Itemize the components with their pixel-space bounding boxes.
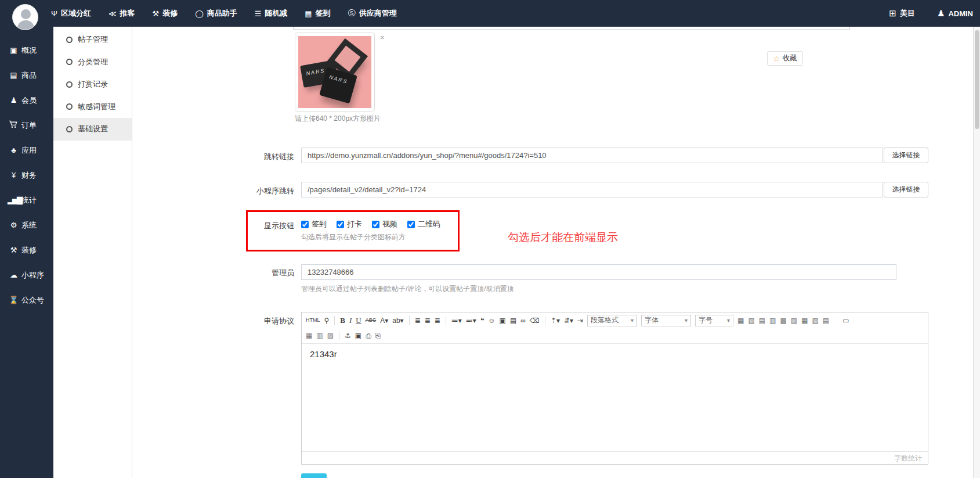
mini-jump-label: 小程序跳转: [230, 186, 294, 196]
shop-name-button[interactable]: ⊞ 美目: [889, 8, 915, 19]
choose-link-button[interactable]: 选择链接: [884, 182, 928, 197]
sidebar-item-mini-program[interactable]: ☁ 小程序: [0, 263, 53, 287]
nav-item-promoter[interactable]: ≪ 推客: [109, 8, 135, 19]
font-family-select[interactable]: 字体 ▾: [641, 315, 691, 326]
sidebar-item-orders[interactable]: 订单: [0, 113, 53, 138]
fullscreen-button[interactable]: ▭: [842, 317, 849, 324]
delete-table-button[interactable]: ▧: [748, 317, 754, 324]
strikethrough-button[interactable]: ABC: [366, 318, 377, 323]
sidebar-item-system[interactable]: ⚙ 系统: [0, 213, 53, 238]
italic-button[interactable]: I: [349, 317, 352, 324]
align-center-button[interactable]: ≣: [425, 317, 431, 324]
html-source-button[interactable]: HTML: [306, 318, 320, 323]
top-right-controls: ⊞ 美目 ♟ ADMIN: [889, 0, 973, 27]
preview-button[interactable]: ⚲: [324, 317, 330, 324]
subnav-item-category-management[interactable]: 分类管理: [53, 51, 132, 74]
scrollbar-thumb[interactable]: [975, 30, 979, 129]
jump-link-input[interactable]: [301, 148, 883, 163]
indent-button[interactable]: ⇥: [577, 317, 583, 324]
font-size-select[interactable]: 字号 ▾: [695, 315, 733, 326]
avatar[interactable]: [12, 4, 38, 30]
merge-table-button[interactable]: ▦: [306, 332, 312, 339]
unordered-list-button[interactable]: ≕▾: [466, 317, 476, 324]
nav-item-random-discount[interactable]: ☰ 随机减: [255, 8, 288, 19]
underline-button[interactable]: U: [356, 317, 361, 324]
blockquote-button[interactable]: ❝: [480, 317, 484, 324]
emoticon-button[interactable]: ☺: [488, 317, 495, 324]
insert-video-button[interactable]: ▤: [510, 317, 516, 324]
nav-item-goods-assistant[interactable]: ◯ 商品助手: [195, 8, 237, 19]
sidebar-item-members[interactable]: ♟ 会员: [0, 88, 53, 113]
anchor-button[interactable]: ⚓: [345, 332, 351, 339]
checkbox[interactable]: [372, 221, 379, 228]
editor-content-area[interactable]: 21343r: [302, 344, 928, 451]
chevron-down-icon: ▾: [727, 317, 730, 324]
sidebar-item-statistics[interactable]: ▂▅▇ 统计: [0, 188, 53, 213]
nav-item-decoration[interactable]: ⚒ 装修: [152, 8, 178, 19]
nav-item-sign-in[interactable]: ▦ 签到: [305, 8, 330, 19]
table-title-button[interactable]: ▤: [759, 317, 765, 324]
nav-item-supplier-management[interactable]: Ⓢ 供应商管理: [348, 8, 397, 19]
rich-text-editor: HTML⚲BIUABCA▾ab▾≣≣≣≔▾≕▾❝☺▣▤∞⌫⇡▾⇵▾⇥ 段落格式 …: [301, 312, 928, 465]
main-sidebar: ▣ 概况 ▤ 商品 ♟ 会员 订单 ♣ 应用 ¥ 财务 ▂▅▇ 统计 ⚙ 系统: [0, 27, 53, 478]
insert-image-button[interactable]: ▣: [500, 317, 506, 324]
upload-caption: 请上传640 * 200px方形图片: [295, 114, 381, 124]
align-right-button[interactable]: ≣: [435, 317, 440, 324]
list-icon: ☰: [255, 9, 262, 18]
sidebar-item-goods[interactable]: ▤ 商品: [0, 63, 53, 88]
red-annotation-text: 勾选后才能在前端显示: [508, 230, 618, 245]
split-cells-button[interactable]: ▤: [823, 317, 829, 324]
line-height-button[interactable]: ⇵▾: [564, 317, 573, 324]
subnav-item-sensitive-words[interactable]: 敏感词管理: [53, 96, 132, 118]
trophy-icon: Ψ: [51, 9, 57, 18]
delete-column-button[interactable]: ▦: [801, 317, 808, 324]
option-qrcode[interactable]: 二维码: [407, 219, 440, 229]
split-columns-button[interactable]: ▨: [327, 332, 334, 339]
checkbox[interactable]: [407, 221, 415, 228]
option-video[interactable]: 视频: [372, 219, 397, 229]
admin-input[interactable]: [301, 264, 896, 280]
members-icon: ♟: [8, 96, 19, 105]
sidebar-item-finance[interactable]: ¥ 财务: [0, 163, 53, 188]
paste-button[interactable]: ⎘: [375, 332, 381, 339]
mini-jump-input[interactable]: [301, 182, 883, 197]
delete-row-button[interactable]: ▩: [780, 317, 786, 324]
print-button[interactable]: ⎙: [366, 332, 371, 339]
insert-link-button[interactable]: ∞: [520, 317, 526, 324]
checkbox[interactable]: [301, 221, 309, 228]
insert-column-button[interactable]: ▨: [791, 317, 797, 324]
font-color-button[interactable]: A▾: [380, 317, 388, 324]
yen-icon: ¥: [8, 171, 19, 179]
bold-button[interactable]: B: [340, 317, 345, 324]
subnav-item-reward-records[interactable]: 打赏记录: [53, 73, 132, 96]
merge-cells-button[interactable]: ▧: [812, 317, 818, 324]
nav-item-region-dividend[interactable]: Ψ 区域分红: [51, 8, 91, 19]
paragraph-format-select[interactable]: 段落格式 ▾: [587, 315, 637, 326]
choose-link-button[interactable]: 选择链接: [884, 148, 928, 163]
calendar-icon: ▦: [305, 9, 312, 18]
insert-map-button[interactable]: ▣: [355, 332, 361, 339]
uploaded-image[interactable]: NARS NARS: [295, 33, 375, 112]
subnav-item-basic-settings[interactable]: 基础设置: [53, 118, 132, 141]
highlight-color-button[interactable]: ab▾: [392, 317, 403, 324]
option-sign-in[interactable]: 签到: [301, 219, 327, 229]
sidebar-item-applications[interactable]: ♣ 应用: [0, 138, 53, 163]
format-eraser-button[interactable]: ⌫: [530, 317, 540, 324]
insert-table-button[interactable]: ▦: [737, 317, 744, 324]
subnav-item-post-management[interactable]: 帖子管理: [53, 28, 132, 51]
sidebar-item-overview[interactable]: ▣ 概况: [0, 38, 53, 63]
favorite-button[interactable]: ☆ 收藏: [767, 51, 803, 66]
option-punch-card[interactable]: 打卡: [337, 219, 362, 229]
sidebar-item-official-account[interactable]: ⌛ 公众号: [0, 287, 53, 312]
text-align-top-button[interactable]: ⇡▾: [551, 317, 560, 324]
ordered-list-button[interactable]: ≔▾: [451, 317, 462, 324]
remove-image-icon[interactable]: ×: [380, 34, 385, 41]
align-left-button[interactable]: ≣: [415, 317, 421, 324]
checkbox[interactable]: [337, 221, 344, 228]
split-rows-button[interactable]: ▥: [316, 332, 323, 339]
supplier-icon: Ⓢ: [348, 8, 356, 19]
sidebar-item-decoration[interactable]: ⚒ 装修: [0, 238, 53, 263]
admin-account-button[interactable]: ♟ ADMIN: [937, 8, 973, 19]
insert-row-button[interactable]: ▥: [769, 317, 776, 324]
submit-button[interactable]: [301, 473, 327, 478]
